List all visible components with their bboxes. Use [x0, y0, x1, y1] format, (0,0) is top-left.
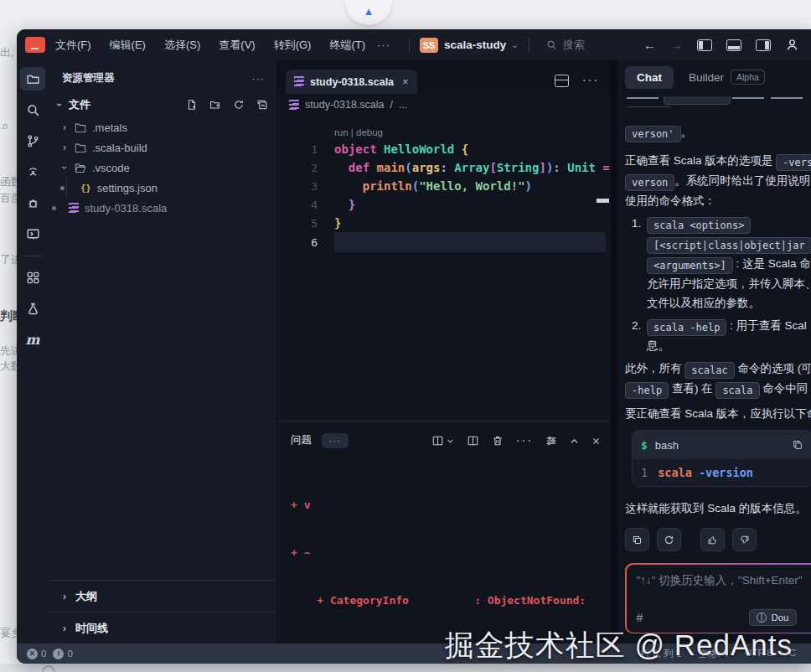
chevron-down-icon: ›: [54, 101, 65, 109]
back-button[interactable]: ←: [643, 38, 656, 52]
error-icon: ✕: [27, 649, 38, 659]
menu-goto[interactable]: 转到(G): [274, 38, 312, 53]
refresh-icon[interactable]: [233, 99, 245, 111]
line-number: 1: [277, 143, 318, 156]
dollar-icon: $: [641, 439, 648, 452]
outline-section[interactable]: › 大纲: [49, 580, 276, 612]
titlebar-actions: ← →: [643, 38, 799, 52]
code-line-current: 6: [277, 232, 611, 252]
source-control-icon[interactable]: [20, 129, 45, 152]
chat-messages[interactable]: verson'。 正确查看 Scala 版本的选项是 -version vers…: [617, 96, 811, 633]
panel-more-button[interactable]: ···: [322, 433, 349, 448]
close-icon[interactable]: ×: [402, 75, 409, 88]
menu-view[interactable]: 查看(V): [219, 38, 255, 53]
console-icon[interactable]: [20, 222, 45, 246]
editor-more-button[interactable]: ···: [582, 73, 599, 88]
regenerate-button[interactable]: [657, 528, 681, 551]
toggle-panel-icon[interactable]: [726, 39, 741, 51]
folder-icon: [75, 142, 86, 153]
context-hash-button[interactable]: #: [637, 611, 643, 624]
list-item: 允许用户指定选项，并传入脚本、: [625, 274, 811, 293]
account-icon[interactable]: [785, 38, 799, 52]
breadcrumb[interactable]: study-0318.scala / ...: [277, 94, 611, 116]
forward-button[interactable]: →: [670, 38, 683, 52]
terminal-output[interactable]: + v + ~ + CategoryInfo : ObjectNotFound:…: [277, 460, 611, 644]
list-item: <arguments>] : 这是 Scala 命: [625, 254, 811, 274]
sidebar-more-button[interactable]: ···: [252, 73, 266, 85]
close-icon[interactable]: [591, 437, 601, 446]
toggle-sidebar-icon[interactable]: [697, 39, 712, 51]
menu-select[interactable]: 选择(S): [164, 38, 200, 53]
thumbs-up-button[interactable]: [700, 528, 725, 551]
global-search[interactable]: 搜索: [546, 38, 585, 53]
panel-overflow-button[interactable]: ···: [516, 433, 533, 448]
menu-more-button[interactable]: ···: [377, 39, 390, 51]
code-editor[interactable]: run | debug 1 object HelloWorld { 2 def …: [277, 116, 611, 421]
filter-sliders-icon[interactable]: [545, 435, 557, 447]
run-debug-codelens[interactable]: run | debug: [334, 127, 611, 137]
extensions-icon[interactable]: [20, 266, 45, 289]
browser-collapse-notch[interactable]: ▲: [345, 0, 392, 25]
debug-icon[interactable]: [20, 191, 45, 215]
clipped-message-row: [625, 96, 811, 107]
trash-icon[interactable]: [492, 435, 504, 447]
timeline-label: 时间线: [75, 621, 108, 636]
list-item: 1.scala <options>: [625, 214, 811, 234]
tab-chat[interactable]: Chat: [625, 66, 674, 89]
file-row-metals[interactable]: › .metals: [49, 117, 276, 137]
code-line: 4 }: [277, 195, 611, 214]
sidebar-bottom-sections: › 大纲 › 时间线: [49, 580, 276, 644]
panel-divider[interactable]: [611, 60, 617, 644]
code-line: 2 def main(args: Array[String]): Unit = …: [277, 158, 611, 177]
problems-status[interactable]: ✕0 !0: [27, 649, 73, 659]
tab-study-scala[interactable]: study-0318.scala ×: [286, 70, 417, 94]
explorer-icon[interactable]: [20, 67, 45, 90]
tab-builder[interactable]: Builder: [689, 71, 724, 84]
menu-edit[interactable]: 编辑(E): [110, 38, 146, 53]
divider: [23, 256, 42, 256]
breadcrumb-file[interactable]: study-0318.scala: [305, 99, 385, 111]
chevron-down-icon: ⌄: [511, 40, 518, 49]
test-flask-icon[interactable]: [20, 297, 45, 320]
menu-terminal[interactable]: 终端(T): [329, 38, 365, 53]
message-line: verson。系统同时给出了使用说明，: [625, 171, 811, 191]
thumbs-down-button[interactable]: [732, 528, 757, 551]
project-switcher[interactable]: scala-study: [444, 39, 506, 51]
breadcrumb-separator: /: [390, 99, 393, 111]
list-item: 文件以及相应的参数。: [625, 293, 811, 313]
explorer-sidebar: 资源管理器 ··· › 文件 › .metals ›: [49, 60, 277, 644]
line-number: 6: [277, 236, 318, 249]
split-panel-icon[interactable]: [467, 435, 479, 447]
toggle-secondary-sidebar-icon[interactable]: [756, 39, 771, 51]
new-file-icon[interactable]: [186, 99, 198, 111]
file-row-vscode[interactable]: › .vscode: [49, 158, 276, 178]
metals-icon[interactable]: m: [20, 328, 45, 351]
remote-explorer-icon[interactable]: [20, 160, 45, 184]
bg-text-fragment: 判断: [0, 308, 17, 324]
split-terminal-button[interactable]: [431, 435, 454, 447]
bg-text-fragment: .o: [0, 121, 17, 131]
collapse-all-icon[interactable]: [256, 99, 268, 111]
new-folder-icon[interactable]: [209, 99, 221, 111]
message-line: 此外，所有 scalac 命令的选项 (可: [625, 359, 811, 379]
indent-guide: [66, 178, 67, 198]
bg-text-fragment: 先讲: [0, 344, 17, 359]
search-icon[interactable]: [20, 98, 45, 121]
message-line: verson'。: [625, 122, 811, 144]
split-editor-icon[interactable]: [555, 75, 569, 87]
chevron-up-icon[interactable]: [570, 437, 579, 446]
problems-tab[interactable]: 问题: [291, 433, 312, 448]
warning-count: 0: [67, 649, 72, 659]
copy-icon[interactable]: [792, 439, 803, 451]
file-row-settings-json[interactable]: {} settings.json: [49, 178, 276, 198]
files-section-header[interactable]: › 文件: [49, 92, 276, 117]
file-row-study-scala[interactable]: study-0318.scala: [49, 198, 276, 218]
model-selector[interactable]: Dou: [749, 609, 796, 626]
app-logo-icon[interactable]: [25, 37, 45, 53]
breadcrumb-more[interactable]: ...: [399, 99, 407, 111]
chat-input[interactable]: "↑↓" 切换历史输入，"Shift+Enter" # Dou: [627, 565, 811, 633]
file-row-scala-build[interactable]: › .scala-build: [49, 137, 276, 158]
copy-response-button[interactable]: [625, 528, 649, 551]
menu-file[interactable]: 文件(F): [55, 38, 91, 53]
timeline-section[interactable]: › 时间线: [49, 612, 276, 644]
